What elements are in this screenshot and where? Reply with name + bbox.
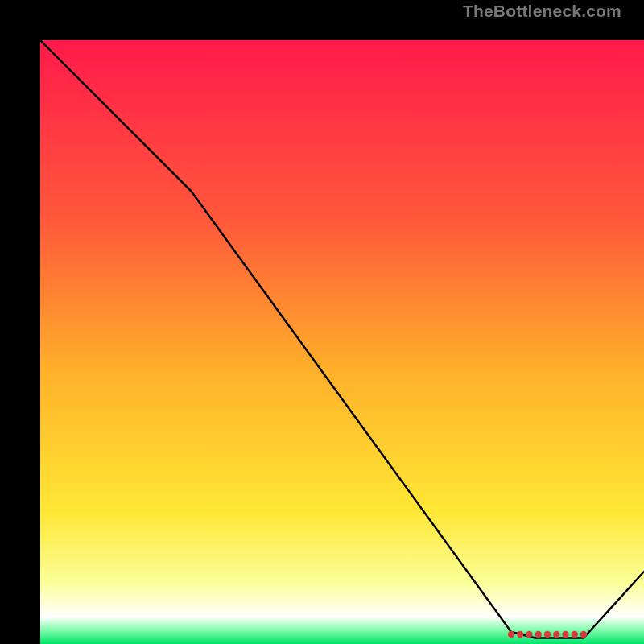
- chart-plot-area: [20, 20, 624, 624]
- chart-svg: [40, 40, 644, 644]
- optimal-marker: [508, 631, 514, 638]
- optimal-marker: [572, 631, 578, 638]
- optimal-marker: [535, 631, 542, 638]
- optimal-zone-markers: [508, 631, 587, 638]
- optimal-marker: [553, 631, 559, 638]
- optimal-marker: [580, 631, 587, 638]
- optimal-marker: [544, 631, 551, 638]
- optimal-marker: [526, 631, 532, 638]
- watermark-text: TheBottleneck.com: [463, 2, 621, 21]
- optimal-marker: [517, 631, 523, 638]
- optimal-marker: [562, 631, 568, 638]
